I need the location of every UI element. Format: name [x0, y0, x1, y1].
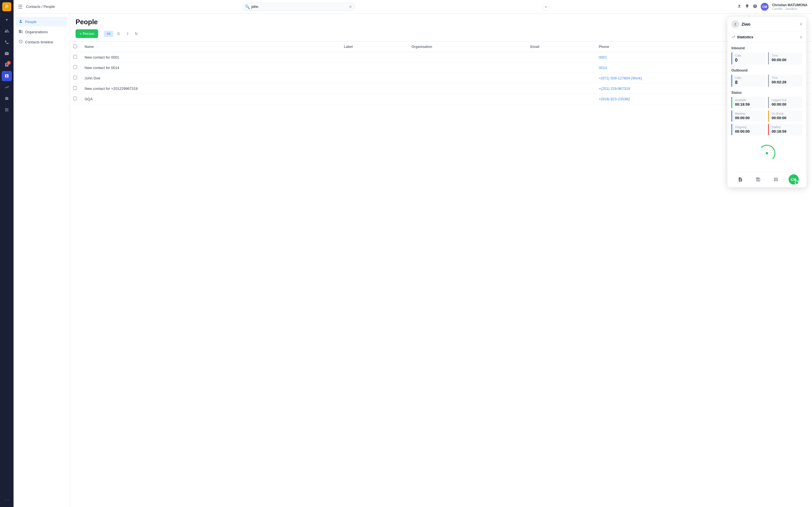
select-all-checkbox[interactable] [73, 45, 77, 48]
phone-link[interactable]: +(919) 823-235382 [599, 97, 630, 101]
clear-search-icon[interactable]: ✕ [349, 4, 352, 9]
ziwo-save-button[interactable] [753, 174, 763, 184]
icon-bar-phone[interactable] [2, 37, 12, 47]
on-break-value: 00:00:00 [772, 116, 800, 120]
sidebar-item-contacts-timeline[interactable]: Contacts timeline [16, 37, 67, 47]
row-checkbox-cell[interactable] [70, 83, 81, 94]
menu-toggle[interactable]: ☰ [18, 4, 22, 10]
search-input[interactable] [242, 3, 355, 11]
ziwo-body: Inbound Calls 0 Time 00:00:00 Outbound C… [727, 42, 806, 171]
row-checkbox[interactable] [73, 97, 77, 100]
on-break-label: On Break [772, 112, 800, 115]
inbound-time-label: Time [772, 54, 800, 57]
icon-bar-reports[interactable] [2, 71, 12, 81]
row-name[interactable]: John Doe [81, 73, 341, 83]
help-icon[interactable] [753, 4, 757, 10]
phone-link[interactable]: 0001 [599, 55, 607, 59]
filter-tabs: All G J N [104, 31, 140, 37]
row-checkbox[interactable] [73, 55, 77, 59]
status-meeting-card: Meeting 00:00:00 [731, 110, 766, 122]
icon-bar-analytics[interactable] [2, 82, 12, 93]
breadcrumb-parent: Contacts [26, 4, 40, 9]
icon-bar-contacts[interactable] [2, 26, 12, 36]
filter-tab-j[interactable]: J [124, 31, 131, 37]
page-title: People [75, 18, 806, 26]
sidebar-orgs-label: Organizations [25, 30, 48, 34]
status-on-break-card: On Break 00:00:00 [768, 110, 802, 122]
outbound-time-label: Time [772, 76, 800, 79]
sidebar-item-organizations[interactable]: Organizations [16, 27, 67, 37]
ziwo-grid-button[interactable] [771, 174, 781, 184]
status-row-2: Meeting 00:00:00 On Break 00:00:00 [731, 110, 802, 122]
icon-bar-more[interactable]: ··· [2, 495, 12, 505]
inbound-time-value: 00:00:00 [772, 58, 800, 62]
icon-bar-integrations[interactable] [2, 105, 12, 115]
ziwo-close-button[interactable]: × [799, 21, 802, 27]
logged-out-label: Logged Out [772, 99, 800, 102]
meeting-label: Meeting [735, 112, 763, 115]
icon-bar-activity[interactable]: 1 [2, 60, 12, 70]
icon-bar-mail[interactable] [2, 48, 12, 59]
outbound-time-card: Time 00:02:28 [768, 75, 802, 87]
outbound-time-value: 00:02:28 [772, 80, 800, 84]
row-name[interactable]: New contact for 0014 [81, 62, 341, 73]
outbound-label: Outbound [731, 68, 802, 72]
outbound-section: Outbound Calls 8 Time 00:02:28 [731, 68, 802, 87]
avatar-status-dot [796, 181, 799, 184]
add-person-label: + Person [80, 32, 94, 36]
table-row: John Doe +(971) 509-127804 (Work) [70, 73, 812, 83]
contacts-table-container: Name Label Organization Email Phone New … [70, 42, 812, 507]
phone-link[interactable]: +(971) 509-127804 (Work) [599, 76, 642, 80]
row-checkbox-cell[interactable] [70, 52, 81, 62]
outgoing-label: Outgoing [735, 126, 763, 129]
svg-point-0 [6, 19, 7, 20]
status-staffed-card: Staffed 00:18:59 [768, 124, 802, 135]
sidebar-item-people[interactable]: People [16, 17, 67, 26]
lightbulb-icon[interactable] [745, 4, 749, 10]
inbound-stats-row: Calls 0 Time 00:00:00 [731, 52, 802, 64]
row-label [341, 52, 408, 62]
row-label [341, 73, 408, 83]
row-label [341, 94, 408, 104]
icon-bar-store[interactable] [2, 94, 12, 104]
row-checkbox-cell[interactable] [70, 94, 81, 104]
phone-link[interactable]: +(201) 229-967319 [599, 87, 630, 91]
icon-bar-home[interactable] [2, 15, 12, 25]
loading-spinner [758, 145, 775, 162]
add-person-button[interactable]: + Person [75, 29, 98, 38]
row-organization [408, 52, 527, 62]
row-name[interactable]: New contact for +201229967319 [81, 83, 341, 94]
ziwo-logo: Z [731, 20, 739, 28]
user-avatar[interactable]: CM [761, 3, 769, 11]
meeting-value: 00:00:00 [735, 116, 763, 120]
row-checkbox-cell[interactable] [70, 73, 81, 83]
row-checkbox-cell[interactable] [70, 62, 81, 73]
main-area: ☰ Contacts / People 🔍 ✕ + CM Christian M… [13, 0, 812, 507]
row-checkbox[interactable] [73, 65, 77, 69]
col-label: Label [341, 42, 408, 52]
topbar-actions: CM Christian MATUMONA Camille - Sandbox [737, 3, 808, 11]
table-row: GQA +(919) 823-235382 [70, 94, 812, 104]
ziwo-collapse-button[interactable]: ∧ [800, 35, 802, 39]
inbound-calls-label: Calls [735, 54, 763, 57]
phone-link[interactable]: 0014 [599, 66, 607, 70]
row-checkbox[interactable] [73, 76, 77, 79]
user-subtitle: Camille - Sandbox [772, 7, 808, 10]
row-checkbox[interactable] [73, 86, 77, 90]
table-row: New contact for 0014 0014 [70, 62, 812, 73]
ziwo-header: Z Ziwo × [727, 17, 806, 32]
filter-tab-n[interactable]: N [132, 31, 140, 37]
select-all-header[interactable] [70, 42, 81, 52]
row-organization [408, 94, 527, 104]
ziwo-avatar[interactable]: CM [789, 174, 799, 184]
loading-spinner-container [731, 139, 802, 167]
staffed-value: 00:18:59 [772, 129, 800, 133]
upload-icon[interactable] [737, 4, 742, 10]
ziwo-note-button[interactable] [735, 174, 746, 184]
filter-tab-g[interactable]: G [114, 31, 123, 37]
row-organization [408, 73, 527, 83]
add-search-tab[interactable]: + [542, 3, 550, 11]
row-name[interactable]: GQA [81, 94, 341, 104]
filter-tab-all[interactable]: All [104, 31, 113, 37]
row-name[interactable]: New contact for 0001 [81, 52, 341, 62]
